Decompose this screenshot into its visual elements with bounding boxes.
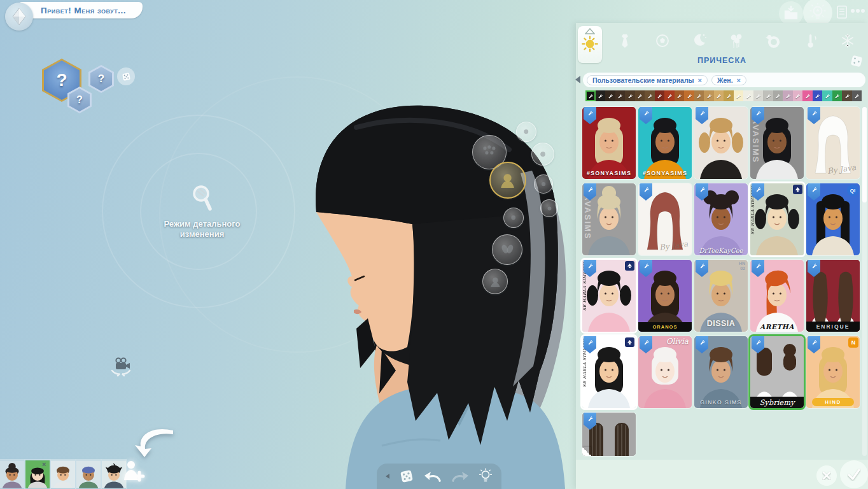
hair-item[interactable]: DISSIAHN02 <box>694 260 748 332</box>
hair-color-swatch[interactable] <box>813 90 823 101</box>
hair-item[interactable]: HINDN <box>806 336 860 408</box>
filters-collapse-arrow[interactable] <box>575 75 581 87</box>
remove-filter-icon[interactable]: × <box>737 76 741 84</box>
hair-edit-hotspot[interactable] <box>534 174 553 194</box>
hair-color-swatch[interactable] <box>585 90 596 101</box>
category-party[interactable] <box>722 27 750 55</box>
hair-edit-hotspot[interactable] <box>531 143 554 166</box>
hair-color-swatch[interactable] <box>832 90 843 101</box>
filter-pill-0[interactable]: Пользовательские материалы× <box>587 75 708 85</box>
category-swimwear[interactable] <box>759 27 787 55</box>
remove-sim-close-icon[interactable]: × <box>42 460 46 468</box>
category-cold-weather[interactable] <box>834 27 862 55</box>
hair-edit-hotspot[interactable] <box>516 122 536 142</box>
custom-content-wrench-icon <box>765 93 771 99</box>
hair-item[interactable] <box>582 413 636 456</box>
hair-color-swatch[interactable] <box>724 90 734 101</box>
filter-pill-1[interactable]: Жен.× <box>711 75 746 85</box>
hair-item[interactable]: SE HABLA SIMLISH <box>582 260 636 332</box>
hair-item[interactable]: By Java <box>806 107 860 179</box>
hair-edit-hotspot[interactable] <box>482 269 508 294</box>
undo-button[interactable] <box>423 469 442 483</box>
hotspot-glyph <box>538 178 549 190</box>
household-sim-portrait[interactable] <box>76 460 101 489</box>
custom-content-wrench-icon <box>735 93 741 99</box>
hair-color-swatch[interactable] <box>615 90 626 101</box>
hair-item[interactable]: QI <box>806 183 860 255</box>
hair-color-swatch[interactable] <box>645 90 655 101</box>
hair-color-swatch[interactable] <box>734 90 744 101</box>
collapse-toolbar-arrow[interactable] <box>385 473 390 479</box>
hair-item[interactable]: SE HABLA SIMLISH <box>750 183 804 255</box>
scrollbar-thumb[interactable] <box>862 107 867 202</box>
sleep-icon <box>690 32 708 50</box>
hair-color-swatch[interactable] <box>802 90 813 101</box>
category-formal[interactable] <box>611 27 639 55</box>
hair-item[interactable]: #SONYASIMS <box>638 107 692 179</box>
hair-edit-hotspot[interactable] <box>492 234 522 265</box>
detail-edit-mode-control[interactable]: Режим детального изменения <box>150 183 255 216</box>
hair-color-swatch[interactable] <box>694 90 704 101</box>
hair-color-swatch[interactable] <box>635 90 645 101</box>
hair-color-swatch[interactable] <box>655 90 665 101</box>
hair-item[interactable]: JAVASIMS <box>582 183 636 255</box>
confirm-button[interactable] <box>840 460 868 488</box>
category-athletic[interactable] <box>648 27 676 55</box>
randomize-traits-dice-icon[interactable] <box>117 67 135 85</box>
hair-color-swatch[interactable] <box>842 90 852 101</box>
save-to-gallery-button[interactable] <box>779 1 803 25</box>
sim-name-banner[interactable]: Привет! Меня зовут... <box>19 2 143 18</box>
hints-lightbulb-button[interactable] <box>478 468 493 485</box>
redo-button[interactable] <box>451 469 470 483</box>
hair-item[interactable]: GINKO SIMS <box>694 336 748 408</box>
sim-summary-button[interactable] <box>835 4 849 23</box>
category-hot-weather[interactable] <box>797 27 825 55</box>
category-sleep[interactable] <box>685 27 713 55</box>
hair-color-swatch[interactable] <box>714 90 724 101</box>
hair-color-swatch[interactable] <box>675 90 685 101</box>
hair-color-swatch[interactable] <box>753 90 764 101</box>
hair-color-swatch[interactable] <box>596 90 606 101</box>
hair-item[interactable]: By Java <box>638 183 692 255</box>
hair-color-swatch[interactable] <box>684 90 694 101</box>
add-sim-button[interactable] <box>121 458 145 486</box>
household-sim-portrait[interactable] <box>0 460 24 489</box>
hair-item[interactable]: ORANOS <box>638 260 692 332</box>
hair-color-swatch[interactable] <box>773 90 783 101</box>
randomize-dice-button[interactable] <box>398 468 415 485</box>
hair-item[interactable]: #SONYASIMS <box>582 107 636 179</box>
hair-color-swatch[interactable] <box>704 90 714 101</box>
hair-item[interactable]: JAVASIMS <box>750 107 804 179</box>
hair-edit-hotspot-active[interactable] <box>489 162 526 199</box>
hair-item[interactable]: Sybriemy <box>750 336 804 408</box>
hair-item[interactable]: Olivia <box>638 336 692 408</box>
hair-item[interactable]: ENRIQUE <box>806 260 860 332</box>
hair-color-swatch[interactable] <box>664 90 675 101</box>
hair-color-swatch[interactable] <box>793 90 803 101</box>
hair-edit-hotspot[interactable] <box>503 208 524 228</box>
hair-color-swatch[interactable] <box>625 90 635 101</box>
hair-item[interactable]: SE HABLA SIMLISH <box>582 336 636 408</box>
hair-item[interactable]: ARETHA <box>750 260 804 332</box>
catalog-scrollbar[interactable] <box>862 107 867 456</box>
hair-color-swatch[interactable] <box>852 90 862 101</box>
creator-signature: Olivia <box>666 337 689 346</box>
hair-color-swatch[interactable] <box>763 90 773 101</box>
household-sim-portrait[interactable] <box>51 460 75 489</box>
sim-preview[interactable] <box>0 0 576 489</box>
hair-color-swatch[interactable] <box>605 90 615 101</box>
swimwear-icon <box>764 32 782 50</box>
hair-item[interactable]: DrTeeKayCee <box>694 183 748 255</box>
more-options-button[interactable] <box>850 5 865 18</box>
rotate-sim-arrow[interactable] <box>132 424 178 462</box>
hair-color-swatch[interactable] <box>822 90 832 101</box>
camera-rotate-control[interactable] <box>109 357 132 379</box>
scroll-up-arrow[interactable] <box>585 28 595 34</box>
hair-item-label: HIND <box>812 398 854 406</box>
remove-filter-icon[interactable]: × <box>698 76 702 84</box>
hair-color-swatch[interactable] <box>743 90 753 101</box>
hair-edit-hotspot[interactable] <box>540 199 558 217</box>
hair-item[interactable] <box>694 107 748 179</box>
cancel-button[interactable] <box>816 465 837 486</box>
hair-color-swatch[interactable] <box>783 90 793 101</box>
